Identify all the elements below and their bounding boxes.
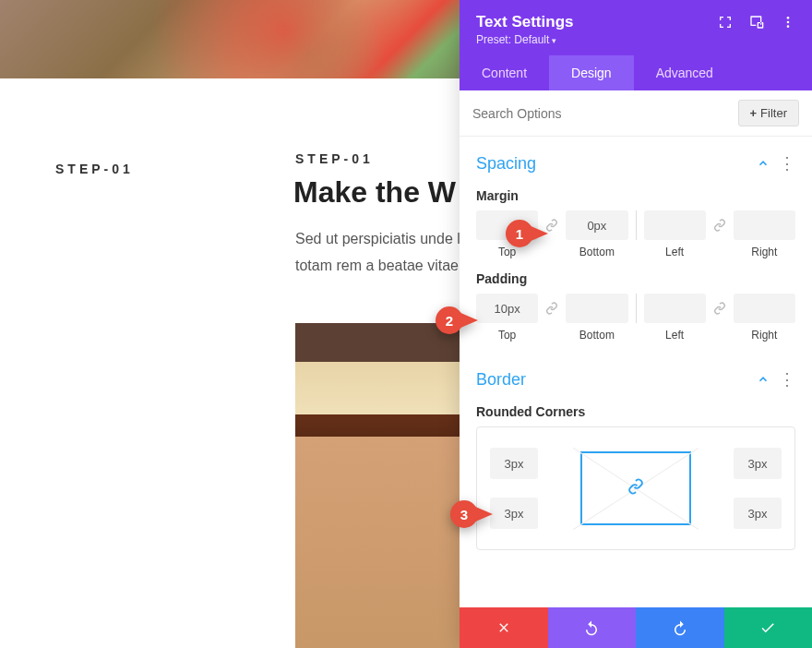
- corner-br-input[interactable]: [734, 498, 782, 529]
- margin-label: Margin: [476, 188, 795, 203]
- annotation-number: 1: [506, 220, 533, 247]
- annotation-number: 2: [436, 306, 463, 334]
- padding-right-label: Right: [751, 329, 777, 342]
- search-input[interactable]: [472, 106, 731, 121]
- padding-link-lr-icon[interactable]: [711, 294, 728, 323]
- panel-header: Text Settings Preset: Default: [460, 0, 812, 55]
- link-icon[interactable]: [627, 478, 644, 498]
- chevron-up-icon[interactable]: [757, 157, 770, 170]
- close-button[interactable]: [460, 607, 548, 648]
- section-more-icon[interactable]: ⋮: [779, 369, 795, 390]
- svg-point-2: [787, 25, 790, 28]
- margin-link-lr-icon[interactable]: [711, 210, 728, 240]
- annotation-callout-2: 2: [436, 306, 478, 334]
- margin-left-input[interactable]: [644, 210, 706, 240]
- undo-button[interactable]: [548, 607, 637, 648]
- margin-right-input[interactable]: [734, 210, 795, 240]
- corner-tl-input[interactable]: [490, 448, 538, 479]
- padding-top-input[interactable]: [476, 294, 538, 323]
- responsive-icon[interactable]: [749, 15, 764, 30]
- annotation-callout-3: 3: [450, 500, 493, 528]
- step-label-left: STEP-01: [55, 162, 134, 176]
- section-border-title[interactable]: Border: [476, 370, 526, 390]
- padding-row: Top Bottom Left Right: [476, 294, 795, 342]
- padding-bottom-input[interactable]: [566, 294, 627, 323]
- padding-bottom-label: Bottom: [579, 329, 615, 342]
- expand-icon[interactable]: [718, 15, 733, 30]
- padding-left-label: Left: [665, 329, 684, 342]
- margin-bottom-label: Bottom: [579, 246, 615, 258]
- corner-bl-input[interactable]: [490, 498, 538, 529]
- preset-dropdown[interactable]: Preset: Default: [476, 33, 795, 46]
- settings-panel: Text Settings Preset: Default Content De…: [460, 0, 812, 648]
- margin-right-label: Right: [751, 246, 777, 258]
- save-button[interactable]: [724, 607, 813, 648]
- panel-title: Text Settings: [476, 13, 573, 31]
- tabs: Content Design Advanced: [460, 55, 812, 90]
- tab-design[interactable]: Design: [549, 55, 634, 90]
- rounded-corners-box: [476, 426, 795, 550]
- section-spacing-title[interactable]: Spacing: [476, 154, 536, 174]
- tab-advanced[interactable]: Advanced: [634, 55, 735, 90]
- margin-left-label: Left: [665, 246, 684, 258]
- tab-content[interactable]: Content: [460, 55, 549, 90]
- step-label-main: STEP-01: [295, 151, 374, 166]
- page-title: Make the W: [293, 175, 456, 210]
- padding-left-input[interactable]: [644, 294, 706, 323]
- corners-preview: [580, 451, 691, 525]
- filter-button[interactable]: + Filter: [738, 100, 799, 126]
- section-more-icon[interactable]: ⋮: [779, 153, 795, 174]
- padding-top-label: Top: [498, 329, 516, 342]
- filter-label: Filter: [760, 106, 787, 120]
- annotation-number: 3: [450, 500, 478, 528]
- svg-point-1: [787, 21, 790, 24]
- margin-top-label: Top: [498, 246, 516, 258]
- footer-bar: [460, 607, 812, 648]
- annotation-callout-1: 1: [506, 220, 548, 247]
- rounded-corners-label: Rounded Corners: [476, 404, 795, 419]
- margin-bottom-input[interactable]: [566, 210, 627, 240]
- redo-button[interactable]: [636, 607, 724, 648]
- padding-right-input[interactable]: [734, 294, 795, 323]
- corner-tr-input[interactable]: [734, 448, 782, 479]
- padding-link-tb-icon[interactable]: [543, 294, 560, 323]
- svg-point-0: [787, 17, 790, 19]
- more-icon[interactable]: [781, 15, 795, 30]
- padding-label: Padding: [476, 271, 795, 286]
- chevron-up-icon[interactable]: [757, 373, 770, 386]
